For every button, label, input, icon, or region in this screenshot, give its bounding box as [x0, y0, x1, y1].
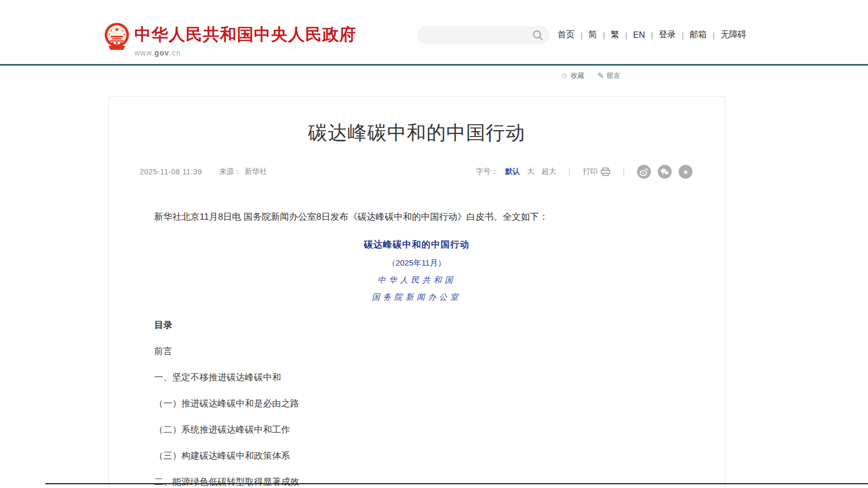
site-url-core: gov [154, 49, 169, 57]
article-title: 碳达峰碳中和的中国行动 [109, 120, 724, 146]
star-icon: ☆ [561, 71, 568, 81]
national-emblem-logo[interactable]: ★ ★ ★ ★ ★ [102, 21, 132, 52]
site-url-prefix: www. [134, 49, 154, 57]
doc-org-line1: 中华人民共和国 [109, 275, 724, 285]
top-nav: 首页| 简| 繁| EN| 登录| 邮箱| 无障碍 [558, 29, 746, 41]
source-value: 新华社 [244, 167, 267, 177]
site-url-suffix: .cn [169, 49, 181, 57]
toc-item-2: 二、能源绿色低碳转型取得显著成效 [154, 476, 679, 488]
article-meta: 2025-11-08 11:39 来源： 新华社 字号： 默认 大 超大 | 打… [140, 165, 692, 179]
print-label: 打印 [583, 167, 598, 177]
nav-separator: | [580, 30, 583, 39]
nav-home[interactable]: 首页 [558, 29, 575, 41]
toc-heading: 目录 [154, 319, 679, 331]
nav-separator: | [682, 30, 684, 39]
site-title[interactable]: 中华人民共和国中央人民政府 [134, 23, 356, 46]
meta-left: 2025-11-08 11:39 来源： 新华社 [140, 167, 267, 177]
toc-item-1-1: （一）推进碳达峰碳中和是必由之路 [154, 397, 679, 410]
search-box [417, 26, 550, 44]
favorite-label: 收藏 [570, 71, 584, 81]
nav-login[interactable]: 登录 [659, 29, 676, 41]
publish-date: 2025-11-08 11:39 [140, 167, 202, 176]
nav-traditional[interactable]: 繁 [611, 29, 619, 41]
svg-text:★: ★ [121, 29, 124, 32]
toc-item-1-2: （二）系统推进碳达峰碳中和工作 [154, 423, 679, 436]
favorite-button[interactable]: ☆ 收藏 [561, 71, 584, 81]
print-button[interactable]: 打印 [583, 167, 610, 177]
meta-separator: | [623, 167, 625, 176]
bottom-edge-line [45, 483, 868, 484]
weibo-share-icon[interactable] [637, 165, 651, 179]
wechat-share-icon[interactable] [658, 165, 672, 179]
nav-separator: | [651, 30, 653, 39]
font-size-xlarge[interactable]: 超大 [541, 167, 556, 177]
toc-item-1: 一、坚定不移推进碳达峰碳中和 [154, 371, 679, 383]
search-input[interactable] [417, 26, 550, 44]
lead-paragraph: 新华社北京11月8日电 国务院新闻办公室8日发布《碳达峰碳中和的中国行动》白皮书… [154, 210, 679, 224]
search-icon[interactable] [532, 29, 544, 41]
font-size-default[interactable]: 默认 [505, 167, 520, 177]
nav-mail[interactable]: 邮箱 [690, 29, 707, 41]
svg-text:★: ★ [108, 33, 111, 36]
quick-actions: ☆ 收藏 ✎ 留言 [561, 71, 620, 81]
toc-item-preface: 前言 [154, 345, 679, 357]
nav-separator: | [603, 30, 605, 39]
doc-title: 碳达峰碳中和的中国行动 [109, 238, 724, 251]
more-share-icon[interactable]: ★ [679, 165, 692, 179]
printer-icon [601, 167, 610, 176]
pencil-icon: ✎ [597, 71, 604, 81]
site-header: ★ ★ ★ ★ ★ 中华人民共和国中央人民政府 www.gov.cn 首页| 简… [0, 0, 868, 64]
header-divider [0, 64, 868, 66]
font-size-large[interactable]: 大 [527, 167, 535, 177]
svg-text:★: ★ [123, 33, 126, 36]
svg-text:★: ★ [682, 168, 689, 176]
message-button[interactable]: ✎ 留言 [597, 71, 620, 81]
font-size-label: 字号： [476, 167, 498, 177]
nav-separator: | [625, 30, 627, 39]
doc-date: （2025年11月） [109, 258, 724, 268]
meta-right: 字号： 默认 大 超大 | 打印 | [476, 165, 692, 179]
toc-item-1-3: （三）构建碳达峰碳中和政策体系 [154, 450, 679, 462]
svg-text:★: ★ [114, 26, 120, 33]
doc-org-line2: 国务院新闻办公室 [109, 292, 724, 302]
nav-simplified[interactable]: 简 [588, 29, 597, 41]
nav-english[interactable]: EN [633, 30, 645, 40]
article-panel: 碳达峰碳中和的中国行动 2025-11-08 11:39 来源： 新华社 字号：… [108, 96, 725, 488]
message-label: 留言 [607, 71, 620, 81]
site-url: www.gov.cn [134, 49, 356, 57]
brand-block: 中华人民共和国中央人民政府 www.gov.cn [134, 23, 356, 57]
svg-text:★: ★ [110, 29, 113, 32]
meta-separator: | [569, 167, 571, 176]
source-label: 来源： [219, 167, 241, 177]
nav-separator: | [713, 30, 715, 39]
nav-accessibility[interactable]: 无障碍 [721, 29, 746, 41]
